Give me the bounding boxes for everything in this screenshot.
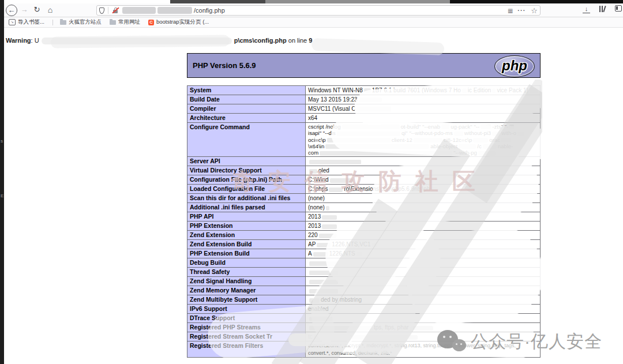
url-redaction-blur <box>122 7 156 14</box>
redaction-blur <box>359 97 382 102</box>
redaction-blur <box>309 326 373 331</box>
table-row: PHP Extension BuildA1226,NTS <box>187 249 541 258</box>
row-value: oled <box>306 166 541 175</box>
url-visible-path[interactable]: /config.php <box>194 7 225 14</box>
phpinfo-table: SystemWindows NT WIN-N81B7 6.1 build 760… <box>187 85 541 358</box>
row-value: tc <box>306 332 541 342</box>
insecure-lock-icon[interactable] <box>112 7 119 14</box>
value-fragment: 1226,NTS <box>329 250 355 257</box>
bookmark-import[interactable]: ↘ 导入书签... <box>9 18 44 26</box>
forward-button[interactable]: → <box>19 5 29 15</box>
bookmarks-bar: ↘ 导入书签... 火狐官方站点 常用网址 C bootstrap实现分页 (.… <box>4 17 623 28</box>
row-label: Thread Safety <box>187 268 306 277</box>
row-label: Zend Memory Manager <box>187 286 306 295</box>
edge-glyph-e: E <box>1 193 3 198</box>
value-fragment: convert.*, consumed, dechunk, zlib.* <box>308 350 392 356</box>
table-row: Thread Safety <box>187 268 541 277</box>
value-fragment: MSVC11 (Visual C <box>308 106 355 112</box>
redaction-blur <box>451 344 457 348</box>
value-fragment: client-12 <box>392 137 412 143</box>
value-fragment: 1B7 6.1 build 7601 (Windows 7 Ho <box>372 87 461 93</box>
bookmark-common-sites[interactable]: 常用网址 <box>110 18 140 26</box>
value-fragment: x64 <box>308 115 317 121</box>
redaction-blur <box>320 151 452 156</box>
row-value: x64 <box>306 114 541 123</box>
redaction-blur <box>459 144 476 149</box>
back-button[interactable]: ← <box>6 5 17 16</box>
value-fragment: enabled <box>308 306 329 312</box>
bookmarks-separator <box>52 20 53 25</box>
home-button[interactable]: ⌂ <box>45 5 55 15</box>
redaction-blur <box>473 138 488 142</box>
redaction-blur <box>492 132 500 136</box>
reload-button[interactable]: ↻ <box>32 5 42 15</box>
redaction-blur <box>309 169 317 174</box>
value-fragment: oled <box>318 167 329 174</box>
php-logo: php <box>494 55 535 77</box>
table-row: PHP Extension2013 <box>187 222 541 231</box>
row-value: (none) <box>306 194 541 203</box>
value-fragment: A <box>308 250 312 257</box>
table-row: Zend Signal Handling <box>187 277 541 286</box>
value-fragment: Windows NT WIN-N8 <box>308 87 363 93</box>
table-row: Zend Extension BuildAP1226,NTS,VC1 <box>187 240 541 249</box>
redaction-blur <box>530 88 538 93</box>
redaction-blur <box>364 88 371 93</box>
redaction-blur <box>356 107 391 111</box>
redaction-blur <box>309 317 332 321</box>
row-value <box>306 286 541 295</box>
redaction-blur <box>517 132 524 136</box>
browser-toolbar: ← → ↻ ⌂ /config.php ▦ ··· ☆ ↓ <box>4 3 623 17</box>
value-fragment: cscript /nolog <box>308 123 341 130</box>
tracking-protection-shield-icon[interactable] <box>99 7 104 14</box>
bookmark-firefox-official[interactable]: 火狐官方站点 <box>60 18 102 26</box>
url-bar[interactable]: /config.php ▦ ··· ☆ <box>96 5 541 16</box>
table-row: Registered PHP Streamstps, ftps, phar <box>187 323 541 332</box>
redaction-blur <box>309 298 320 303</box>
row-value: MSVC11 (Visual C <box>306 104 541 114</box>
url-redaction-blur <box>157 7 192 14</box>
redaction-blur <box>326 206 329 211</box>
table-row: Virtual Directory Supportoled <box>187 166 541 175</box>
redaction-blur <box>431 187 438 192</box>
value-fragment: tc <box>308 333 313 340</box>
redaction-blur <box>313 252 328 257</box>
redaction-blur <box>481 125 491 129</box>
row-label: DTrace Support <box>187 314 306 323</box>
phpinfo-table-body: SystemWindows NT WIN-N81B7 6.1 build 760… <box>187 86 541 358</box>
sidebar-toggle-icon[interactable] <box>615 5 622 12</box>
value-fragment: 220 <box>308 232 318 238</box>
php-warning-message: Warning: Up\cms\config.php on line 9 <box>6 37 312 44</box>
value-fragment: 2013 <box>308 213 321 220</box>
table-row: Configure Commandcscript /nologot-build"… <box>187 123 541 157</box>
redaction-blur <box>327 138 391 142</box>
downloads-icon[interactable]: ↓ <box>583 5 590 13</box>
redaction-blur <box>319 234 336 238</box>
value-fragment: ug-pack" "-- <box>451 123 479 130</box>
table-row: Debug Build <box>187 258 541 268</box>
folder-icon <box>110 20 116 25</box>
table-row: Architecturex64 <box>187 114 541 123</box>
redaction-blur <box>309 280 338 284</box>
row-label: Compiler <box>187 104 306 114</box>
table-row: Registered Stream Socket Trtc <box>187 332 541 342</box>
value-fragment: C:\phps <box>308 186 328 192</box>
left-edge-strip: s E <box>0 0 4 364</box>
value-fragment: ot-build" "--enab <box>401 123 441 130</box>
table-row: Additional .ini files parsed(none) <box>187 203 541 212</box>
row-label: PHP Extension Build <box>187 249 306 258</box>
edge-glyph-s: s <box>1 138 3 144</box>
warning-label: Warning <box>6 37 31 44</box>
qr-page-action-icon[interactable]: ▦ <box>508 7 512 14</box>
value-fragment: with-o <box>501 130 516 136</box>
library-icon[interactable] <box>599 5 606 13</box>
warning-line-number: 9 <box>309 37 312 44</box>
warning-redaction-blur <box>42 37 232 44</box>
value-fragment: tps, ftps, phar <box>374 324 409 331</box>
bookmark-star-icon[interactable]: ☆ <box>531 6 538 15</box>
row-value: C:\Wind <box>306 175 541 185</box>
bookmark-csdn-bootstrap[interactable]: C bootstrap实现分页 (... <box>148 18 209 26</box>
page-actions-dots-icon[interactable]: ··· <box>517 7 526 14</box>
row-label: Registered PHP Streams <box>187 323 306 332</box>
row-value: convert.iconv.*, mcrypt.*, mdecrypt.*, s… <box>306 342 541 358</box>
